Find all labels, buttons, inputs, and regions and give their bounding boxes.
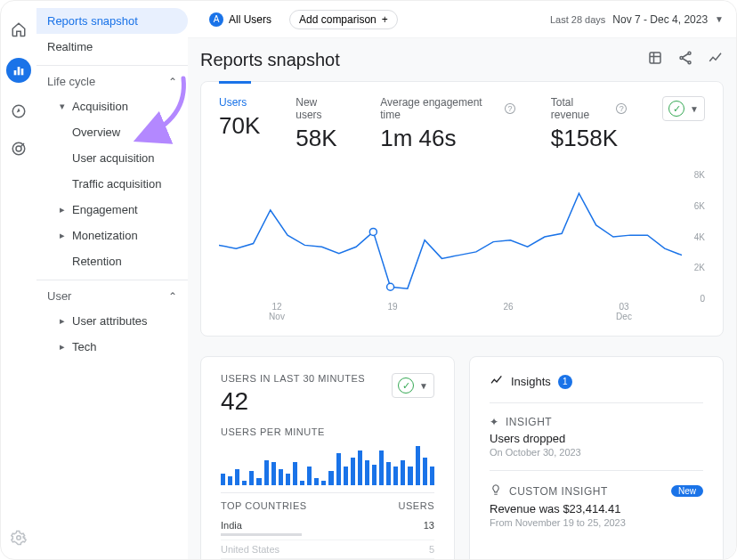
svg-point-10	[688, 61, 691, 64]
insight-label: INSIGHT	[506, 416, 552, 428]
svg-rect-2	[21, 69, 24, 75]
caret-right-icon: ▸	[60, 315, 67, 327]
top-countries-label: TOP COUNTRIES	[221, 500, 307, 511]
home-icon[interactable]	[10, 20, 28, 38]
custom-insight-label: CUSTOM INSIGHT	[509, 485, 608, 498]
metric-avg-label: Average engagement time	[380, 96, 501, 121]
explore-icon[interactable]	[10, 102, 28, 120]
realtime-card: USERS IN LAST 30 MINUTES 42 ✓▼ USERS PER…	[200, 356, 455, 559]
country-users: 5	[429, 544, 434, 555]
sidebar-traffic-acquisition[interactable]: Traffic acquisition	[36, 171, 188, 197]
all-users-label: All Users	[229, 13, 271, 26]
metric-avg-engagement[interactable]: Average engagement time? 1m 46s	[380, 96, 515, 152]
sidebar-lifecycle-header[interactable]: Life cycle ⌃	[36, 66, 188, 93]
sidebar-reports-snapshot[interactable]: Reports snapshot	[36, 8, 188, 34]
chart-y-axis: 8K6K4K2K0	[684, 170, 705, 304]
sidebar-retention[interactable]: ▸Retention	[36, 248, 188, 274]
insights-header: Insights	[511, 375, 551, 388]
sidebar-overview[interactable]: Overview	[36, 119, 188, 145]
country-row[interactable]: India13	[221, 516, 434, 540]
svg-point-9	[680, 57, 683, 60]
metric-users[interactable]: Users 70K	[219, 96, 260, 140]
card-menu-button[interactable]: ✓▼	[662, 96, 705, 121]
svg-point-12	[387, 283, 394, 290]
plus-icon: +	[382, 13, 388, 26]
insight2-title[interactable]: Revenue was $23,414.41	[490, 502, 703, 515]
chart-x-axis: 12 Nov192603 Dec	[219, 302, 682, 321]
insights-sparkle-icon	[490, 373, 504, 390]
card-menu-button[interactable]: ✓▼	[392, 373, 434, 398]
realtime-value: 42	[221, 387, 392, 416]
reports-icon[interactable]	[6, 58, 31, 83]
sidebar-user-attributes[interactable]: ▸User attributes	[36, 308, 188, 334]
icon-rail	[1, 1, 36, 559]
date-preset-label: Last 28 days	[550, 14, 605, 25]
caret-right-icon: ▸	[60, 341, 67, 353]
metric-revenue-label: Total revenue	[551, 96, 613, 121]
metric-revenue[interactable]: Total revenue? $158K	[551, 96, 627, 152]
sidebar-monetization[interactable]: ▸Monetization	[36, 223, 188, 248]
title-bar: Reports snapshot	[188, 38, 736, 81]
country-name: United States	[221, 544, 429, 555]
check-icon: ✓	[668, 101, 684, 117]
chevron-up-icon: ⌃	[168, 76, 177, 88]
insight1-title[interactable]: Users dropped	[490, 432, 703, 445]
metrics-card: Users 70K New users 58K Average engageme…	[200, 81, 724, 337]
page-title: Reports snapshot	[200, 50, 340, 70]
chevron-down-icon: ▼	[690, 104, 699, 114]
country-row[interactable]: United States5	[221, 540, 434, 559]
sidebar: Reports snapshot Realtime Life cycle ⌃ ▾…	[36, 8, 188, 552]
new-badge: New	[671, 485, 703, 497]
user-label: User	[47, 289, 71, 303]
sidebar-realtime[interactable]: Realtime	[36, 34, 188, 60]
share-icon[interactable]	[677, 50, 693, 69]
realtime-subtitle: USERS PER MINUTE	[221, 426, 434, 437]
engagement-label: Engagement	[72, 203, 138, 216]
all-users-chip[interactable]: A All Users	[200, 10, 280, 29]
tech-label: Tech	[72, 340, 96, 353]
insight1-sub: On October 30, 2023	[490, 447, 703, 458]
metric-users-value: 70K	[219, 112, 260, 140]
customize-icon[interactable]	[647, 50, 663, 69]
svg-point-5	[16, 146, 21, 151]
bulb-icon	[490, 483, 502, 499]
user-attr-label: User attributes	[72, 314, 148, 328]
main-content: A All Users Add comparison + Last 28 day…	[188, 1, 736, 559]
svg-point-8	[688, 52, 691, 54]
sidebar-acquisition[interactable]: ▾Acquisition	[36, 93, 188, 119]
add-comparison-chip[interactable]: Add comparison +	[289, 10, 398, 29]
topbar: A All Users Add comparison + Last 28 day…	[188, 1, 736, 38]
chevron-down-icon: ▼	[715, 14, 724, 24]
add-comparison-label: Add comparison	[299, 13, 377, 26]
retention-label: Retention	[72, 255, 122, 268]
sidebar-user-header[interactable]: User ⌃	[36, 280, 188, 308]
sidebar-user-acquisition[interactable]: User acquisition	[36, 145, 188, 171]
acquisition-label: Acquisition	[72, 100, 128, 113]
help-icon[interactable]: ?	[616, 103, 627, 114]
ads-icon[interactable]	[10, 140, 28, 158]
svg-rect-1	[18, 67, 20, 75]
caret-down-icon: ▾	[60, 101, 67, 112]
help-icon[interactable]: ?	[505, 103, 515, 114]
chevron-down-icon: ▼	[419, 381, 428, 391]
metric-avg-value: 1m 46s	[380, 125, 515, 152]
metric-users-label: Users	[219, 96, 260, 109]
sidebar-engagement[interactable]: ▸Engagement	[36, 197, 188, 223]
svg-rect-0	[14, 70, 17, 75]
date-range-label: Nov 7 - Dec 4, 2023	[612, 13, 708, 26]
insights-count-badge: 1	[558, 375, 572, 389]
lifecycle-label: Life cycle	[47, 75, 95, 88]
svg-rect-7	[650, 53, 660, 63]
settings-icon[interactable]	[10, 529, 28, 547]
insights-icon[interactable]	[708, 50, 724, 69]
monetization-label: Monetization	[72, 229, 138, 242]
top-countries: TOP COUNTRIESUSERS India13United States5	[221, 492, 434, 559]
caret-right-icon: ▸	[60, 230, 67, 241]
svg-point-6	[17, 536, 21, 540]
sidebar-tech[interactable]: ▸Tech	[36, 334, 188, 360]
metric-new-users[interactable]: New users 58K	[296, 96, 344, 152]
chevron-up-icon: ⌃	[168, 290, 177, 303]
date-range-picker[interactable]: Last 28 days Nov 7 - Dec 4, 2023 ▼	[550, 13, 724, 26]
metric-newusers-value: 58K	[296, 125, 344, 152]
users-col-label: USERS	[399, 500, 434, 511]
